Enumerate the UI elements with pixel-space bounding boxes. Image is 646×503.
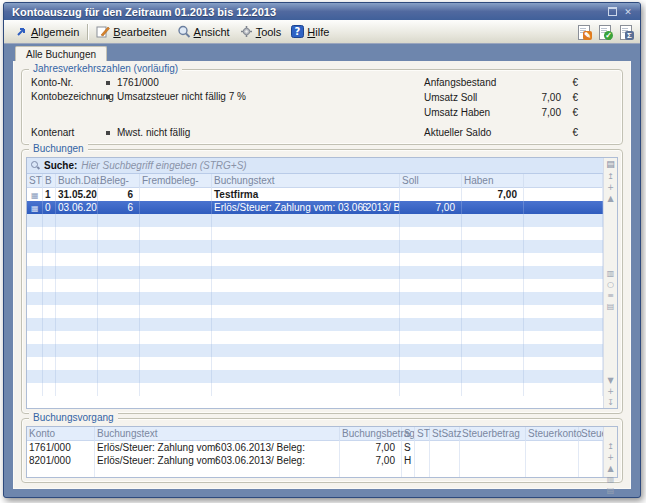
booking-row[interactable]: ▦131.05.20136Testfirma7,00 <box>27 188 603 201</box>
svg-text:?: ? <box>295 26 301 37</box>
date-cell: 03.06.2013 <box>56 201 98 214</box>
empty-cell <box>56 253 98 266</box>
scroll-up-icon[interactable]: ▲ <box>607 193 613 204</box>
empty-cell <box>212 305 400 318</box>
copy-grid-icon[interactable]: ▤ <box>606 158 615 171</box>
toolbar-separator <box>87 24 88 40</box>
empty-cell <box>462 370 524 383</box>
empty-cell <box>27 357 43 370</box>
steuerkonto1-cell <box>526 454 579 467</box>
empty-row[interactable] <box>27 266 603 279</box>
empty-row[interactable] <box>27 344 603 357</box>
list-icon[interactable]: ≡ <box>607 290 614 301</box>
stsatz-cell <box>430 441 460 454</box>
empty-cell <box>98 253 140 266</box>
menu-ansicht[interactable]: Ansicht <box>172 23 235 40</box>
betrag-cell: 7,00 <box>340 454 402 467</box>
empty-cell <box>340 474 402 477</box>
empty-row[interactable] <box>27 214 603 227</box>
report-document-icon[interactable]: ✎ <box>575 24 592 40</box>
scroll-to-top-icon[interactable]: ↥ <box>607 171 614 182</box>
bullet-icon <box>106 95 110 99</box>
empty-cell <box>212 383 400 396</box>
scroll-down-icon[interactable]: ▼ <box>607 496 613 498</box>
empty-cell <box>400 292 462 305</box>
empty-cell <box>27 383 43 396</box>
help-icon: ? <box>291 25 304 38</box>
close-button[interactable]: ✕ <box>621 5 635 18</box>
transaction-row[interactable]: 8201/000Erlös/Steuer: Zahlung vom: 03.06… <box>27 454 603 467</box>
empty-cell <box>462 383 524 396</box>
empty-cell <box>56 370 98 383</box>
empty-cell <box>98 305 140 318</box>
scroll-down-icon[interactable]: ▼ <box>607 375 613 386</box>
columns-icon[interactable]: ▥ <box>607 474 615 485</box>
menu-tools[interactable]: Tools <box>235 23 287 40</box>
document-check-icon[interactable]: ✓ <box>596 24 613 40</box>
transaction-side-strip: ↥ + ▲ ▥ ▤ ▼ <box>603 427 617 477</box>
transaction-row[interactable]: 1761/000Erlös/Steuer: Zahlung vom: 03.06… <box>27 441 603 454</box>
columns-icon[interactable]: ▥ <box>607 268 615 279</box>
empty-cell <box>27 279 43 292</box>
empty-row[interactable] <box>27 240 603 253</box>
empty-row[interactable] <box>27 331 603 344</box>
date-cell: 31.05.2013 <box>56 188 98 201</box>
empty-row[interactable] <box>27 253 603 266</box>
view-icon <box>177 25 191 38</box>
menu-bar: Allgemein Bearbeiten Ansicht Tools ? Hil… <box>4 20 640 44</box>
scroll-up-icon[interactable]: ▲ <box>607 463 613 474</box>
empty-cell <box>140 227 212 240</box>
empty-cell <box>462 344 524 357</box>
search-rows-icon[interactable]: ○ <box>607 279 614 290</box>
empty-cell <box>56 383 98 396</box>
empty-cell <box>27 227 43 240</box>
empty-cell <box>524 214 603 227</box>
steuerkonto1-cell <box>526 441 579 454</box>
document-sum-icon[interactable]: Σ <box>617 24 634 40</box>
empty-row[interactable] <box>27 357 603 370</box>
empty-row[interactable] <box>27 305 603 318</box>
scroll-to-top-icon[interactable]: ↥ <box>607 441 614 452</box>
empty-cell <box>27 331 43 344</box>
add-row-icon[interactable]: + <box>607 182 614 193</box>
empty-row[interactable] <box>27 383 603 396</box>
steuerkonto2-cell <box>579 454 603 467</box>
tab-row: Alle Buchungen <box>13 44 631 61</box>
filter-icon[interactable]: ▤ <box>607 485 615 496</box>
empty-cell <box>56 266 98 279</box>
empty-row[interactable] <box>27 292 603 305</box>
tab-alle-buchungen[interactable]: Alle Buchungen <box>15 46 107 61</box>
scroll-to-bottom-icon[interactable]: ↧ <box>607 397 614 408</box>
edit-icon <box>96 25 110 38</box>
restore-button[interactable] <box>605 5 619 18</box>
summary-right-row: Umsatz Haben7,00€ <box>424 107 578 118</box>
menu-bearbeiten[interactable]: Bearbeiten <box>91 23 171 40</box>
filter-icon[interactable]: ▤ <box>607 301 615 312</box>
steuerbetrag-cell <box>460 454 526 467</box>
beleg-cell: 6 <box>98 188 140 201</box>
empty-cell <box>400 383 462 396</box>
empty-row[interactable] <box>27 370 603 383</box>
bookings-group: Buchungen Suche: Hier Suchbegriff eingeb… <box>21 149 623 414</box>
menu-hilfe[interactable]: ? Hilfe <box>286 23 334 40</box>
empty-cell <box>140 266 212 279</box>
add-row-icon[interactable]: + <box>607 452 614 463</box>
summary-right-row: Umsatz Soll7,00€ <box>424 92 578 103</box>
add-row-icon[interactable]: + <box>607 386 614 397</box>
extra-cell <box>524 201 603 214</box>
empty-row[interactable] <box>27 318 603 331</box>
menu-label: Tools <box>256 26 282 38</box>
bookings-search-bar[interactable]: Suche: Hier Suchbegriff eingeben (STRG+S… <box>27 158 603 174</box>
empty-cell <box>27 253 43 266</box>
empty-row[interactable] <box>27 474 603 477</box>
empty-row[interactable] <box>27 227 603 240</box>
menu-allgemein[interactable]: Allgemein <box>10 23 84 40</box>
booking-row[interactable]: ▦003.06.20136Erlös/Steuer: Zahlung vom: … <box>27 201 603 214</box>
empty-cell <box>400 214 462 227</box>
empty-row[interactable] <box>27 279 603 292</box>
empty-cell <box>430 474 460 477</box>
transaction-group: Buchungsvorgang KontoBuchungstextBuchung… <box>21 418 623 483</box>
empty-cell <box>524 292 603 305</box>
content-area: Alle Buchungen Jahresverkehrszahlen (vor… <box>4 44 640 497</box>
empty-cell <box>462 318 524 331</box>
